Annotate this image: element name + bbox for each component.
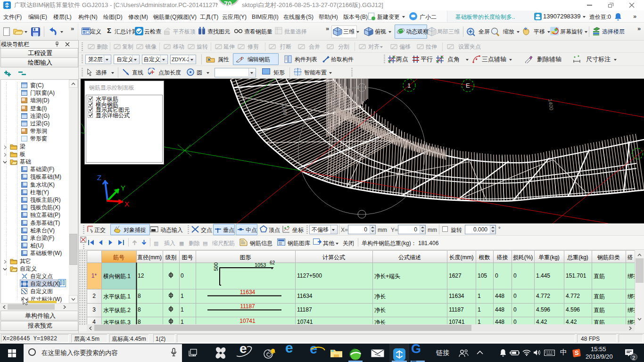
svg-text:Z: Z: [97, 173, 101, 181]
svg-text:Y: Y: [121, 184, 125, 192]
svg-text:E: E: [466, 82, 470, 89]
svg-text:1: 1: [407, 82, 411, 89]
svg-text:X: X: [124, 200, 129, 208]
svg-text:1400: 1400: [547, 99, 554, 111]
svg-text:3100: 3100: [281, 102, 289, 116]
